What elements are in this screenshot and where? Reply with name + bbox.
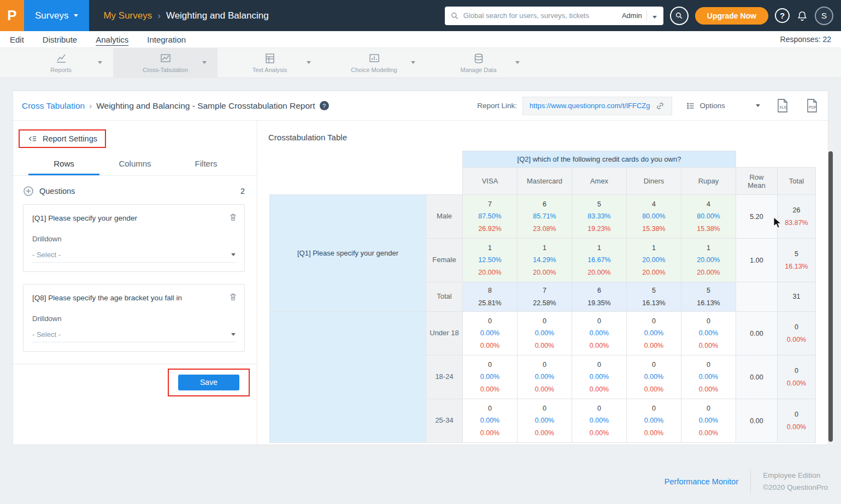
- toolbar-choice-modelling[interactable]: Choice Modelling: [322, 48, 426, 78]
- chevron-down-icon: [652, 16, 657, 19]
- search-scope-selector[interactable]: Admin: [622, 11, 642, 20]
- nav-distribute[interactable]: Distribute: [43, 35, 77, 44]
- settings-tabs: Rows Columns Filters: [13, 155, 257, 176]
- drilldown-label: Drilldown: [32, 235, 236, 243]
- chevron-down-icon[interactable]: [515, 61, 520, 64]
- nav-edit[interactable]: Edit: [10, 35, 24, 44]
- user-avatar[interactable]: S: [815, 7, 833, 25]
- report-settings-button[interactable]: Report Settings: [20, 131, 105, 147]
- breadcrumb-my-surveys[interactable]: My Surveys: [103, 10, 152, 21]
- options-menu[interactable]: Options: [686, 102, 760, 110]
- crosstab-table-area: Crosstabulation Table [Q2] which of the …: [257, 121, 828, 445]
- toolbar-manage-data[interactable]: Manage Data: [426, 48, 531, 78]
- table-cell: 0 0.00% 0.00%: [572, 312, 627, 355]
- table-cell: 0 0.00% 0.00%: [463, 312, 517, 355]
- table-cell: 0 0.00% 0.00%: [463, 355, 517, 399]
- delete-question-button[interactable]: [228, 292, 238, 301]
- nav-integration[interactable]: Integration: [147, 35, 186, 44]
- responses-count: Responses: 22: [780, 35, 831, 44]
- annotation-box-save: Save: [168, 369, 250, 396]
- chevron-down-icon[interactable]: [98, 61, 102, 64]
- question-title: [Q1] Please specify your gender: [32, 214, 236, 224]
- table-cell: 6 19.35%: [572, 282, 627, 312]
- database-icon: [473, 53, 484, 64]
- drilldown-select[interactable]: - Select -: [32, 330, 236, 342]
- analytics-toolbar: Reports Cross-Tabulation Text Analysis C…: [0, 48, 841, 78]
- row-total-cell: 0 0.00%: [778, 312, 816, 355]
- table-cell: 4 80.00% 15.38%: [681, 195, 736, 239]
- toolbar-reports-label: Reports: [50, 67, 72, 73]
- questionpro-logo[interactable]: P: [0, 0, 24, 31]
- chevron-down-icon[interactable]: [202, 61, 207, 64]
- row-mean-cell: 0.00: [736, 355, 778, 399]
- row-label: Under 18: [426, 312, 463, 355]
- surveys-menu-label: Surveys: [35, 10, 68, 21]
- table-cell: 0 0.00% 0.00%: [463, 399, 517, 443]
- tab-rows[interactable]: Rows: [28, 155, 99, 175]
- report-link-label: Report Link:: [477, 102, 517, 110]
- svg-text:PDF: PDF: [809, 105, 816, 109]
- toolbar-text-analysis[interactable]: Text Analysis: [217, 48, 322, 78]
- toolbar-choice-modelling-label: Choice Modelling: [351, 67, 397, 73]
- svg-text:XLS: XLS: [779, 105, 787, 109]
- divider: [646, 10, 647, 21]
- export-xls-icon[interactable]: XLS: [775, 98, 790, 113]
- delete-question-button[interactable]: [228, 212, 238, 222]
- table-cell: 1 12.50% 20.00%: [463, 239, 517, 282]
- tab-columns[interactable]: Columns: [99, 155, 170, 175]
- breadcrumb: My Surveys › Weighting and Balancing: [103, 10, 268, 21]
- nav-analytics[interactable]: Analytics: [96, 35, 128, 44]
- report-title: Weighting and Balancing - Sample Crossta…: [96, 101, 315, 111]
- line-chart-icon: [56, 53, 67, 64]
- chevron-down-icon[interactable]: [307, 61, 311, 64]
- vertical-scrollbar[interactable]: [828, 123, 833, 444]
- table-cell: 1 20.00% 20.00%: [627, 239, 681, 282]
- drilldown-select-value: - Select -: [32, 251, 61, 259]
- trash-icon: [228, 212, 238, 222]
- drilldown-select[interactable]: - Select -: [32, 251, 236, 263]
- search-icon: [450, 11, 459, 20]
- table-cell: 0 0.00% 0.00%: [517, 312, 572, 355]
- toolbar-cross-tabulation[interactable]: Cross-Tabulation: [113, 48, 217, 78]
- table-header-row: VISA Mastercard Amex Diners Rupay Row Me…: [270, 168, 816, 195]
- drilldown-select-value: - Select -: [32, 330, 61, 339]
- help-badge-icon[interactable]: ?: [320, 101, 329, 110]
- chevron-down-icon[interactable]: [756, 104, 760, 107]
- collapse-panel-icon: [27, 134, 37, 144]
- table-cell: 5 83.33% 19.23%: [572, 195, 627, 239]
- report-link-field[interactable]: https://www.questionpro.com/t/lFFCZg: [522, 97, 672, 115]
- scrollbar-thumb[interactable]: [828, 151, 833, 442]
- chevron-down-icon[interactable]: [411, 61, 415, 64]
- cross-tabulation-link[interactable]: Cross Tabulation: [22, 101, 85, 111]
- question-title: [Q8] Please specify the age bracket you …: [32, 293, 236, 304]
- add-question-icon[interactable]: [23, 186, 34, 197]
- help-icon[interactable]: ?: [775, 8, 790, 23]
- toolbar-reports[interactable]: Reports: [9, 48, 113, 78]
- surveys-menu-button[interactable]: Surveys: [24, 0, 89, 31]
- edition-info: Employee Edition ©2020 QuestionPro: [750, 470, 828, 493]
- column-header: Rupay: [681, 168, 736, 195]
- save-button[interactable]: Save: [178, 375, 239, 390]
- search-submit-button[interactable]: [670, 7, 689, 25]
- search-input[interactable]: [463, 11, 617, 20]
- question-card-q1: [Q1] Please specify your gender Drilldow…: [23, 204, 245, 272]
- row-group-label: [Q1] Please specify your gender: [270, 195, 426, 312]
- upgrade-now-button[interactable]: Upgrade Now: [695, 7, 768, 25]
- notifications-bell-icon[interactable]: [796, 10, 808, 22]
- report-link-url[interactable]: https://www.questionpro.com/t/lFFCZg: [530, 102, 650, 110]
- table-cell: 0 0.00% 0.00%: [627, 312, 681, 355]
- row-label: 18-24: [426, 355, 463, 399]
- text-analysis-icon: [264, 53, 275, 64]
- search-scope-dropdown[interactable]: [651, 11, 658, 21]
- table-cell: 1 16.67% 20.00%: [572, 239, 627, 282]
- table-cell: 1 14.29% 20.00%: [517, 239, 572, 282]
- table-header-row: [Q2] which of the following credit cards…: [270, 151, 816, 168]
- tab-filters[interactable]: Filters: [170, 155, 242, 175]
- export-pdf-icon[interactable]: PDF: [805, 98, 819, 113]
- global-search-box[interactable]: Admin: [445, 7, 663, 25]
- performance-monitor-link[interactable]: Performance Monitor: [664, 477, 738, 486]
- row-total-cell: 31: [778, 282, 816, 312]
- link-icon[interactable]: [655, 101, 665, 111]
- row-total-cell: 0 0.00%: [778, 355, 816, 399]
- report-card: Cross Tabulation › Weighting and Balanci…: [13, 91, 828, 445]
